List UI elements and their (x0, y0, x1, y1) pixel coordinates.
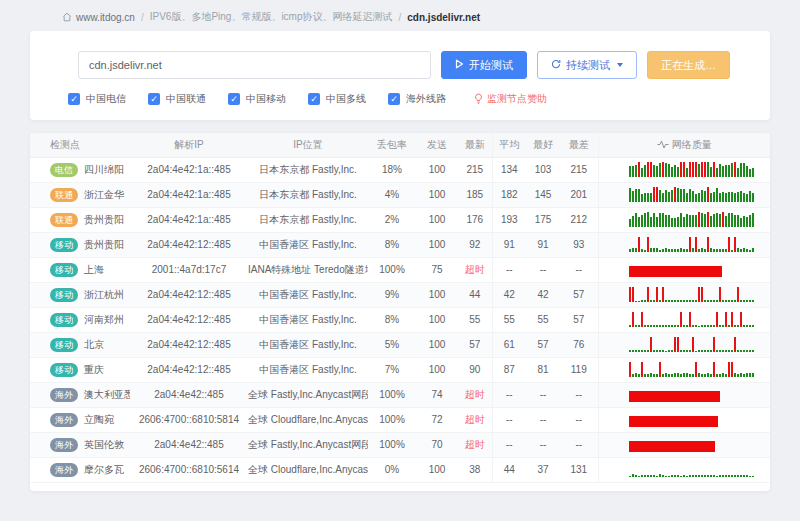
worst-latency: 201 (560, 182, 598, 207)
table-row: 联通贵州贵阳 2a04:4e42:1a::485 日本东京都 Fastly,In… (30, 207, 770, 232)
ip-location: 日本东京都 Fastly,Inc. (248, 182, 368, 207)
resolved-ip: 2a04:4e42:12::485 (130, 332, 248, 357)
table-row: 联通浙江金华 2a04:4e42:1a::485 日本东京都 Fastly,In… (30, 182, 770, 207)
ip-location: 日本东京都 Fastly,Inc. (248, 207, 368, 232)
node-name: 贵州贵阳 (84, 214, 124, 225)
resolved-ip: 2001::4a7d:17c7 (130, 257, 248, 282)
worst-latency: 119 (560, 357, 598, 382)
ip-location: IANA特殊地址 Teredo隧道地址 (248, 257, 368, 282)
host-input[interactable] (78, 51, 431, 79)
start-test-label: 开始测试 (469, 58, 513, 73)
table-row: 移动贵州贵阳 2a04:4e42:12::485 中国香港区 Fastly,In… (30, 232, 770, 257)
avg-latency: -- (492, 257, 526, 282)
best-latency: 175 (526, 207, 560, 232)
node-name: 立陶宛 (84, 414, 114, 425)
resolved-ip: 2606:4700::6810:5814 (130, 407, 248, 432)
sent-count: 100 (416, 457, 458, 482)
loss-rate: 100% (368, 382, 416, 407)
breadcrumb-site-label: www.itdog.cn (76, 12, 135, 23)
best-latency: -- (526, 432, 560, 457)
avg-latency: 193 (492, 207, 526, 232)
isp-badge: 海外 (50, 463, 78, 477)
latest-latency: 215 (458, 157, 492, 182)
generating-button[interactable]: 正在生成… (647, 51, 730, 79)
resolved-ip: 2a04:4e42:12::485 (130, 357, 248, 382)
loss-rate: 2% (368, 207, 416, 232)
latest-latency: 57 (458, 332, 492, 357)
best-latency: 37 (526, 457, 560, 482)
latest-latency: 185 (458, 182, 492, 207)
line-filter-checkbox[interactable]: ✓ 中国移动 (228, 92, 286, 106)
node-name: 四川绵阳 (84, 164, 124, 175)
network-quality-chart (629, 437, 753, 452)
checkbox-checked-icon: ✓ (308, 93, 320, 105)
network-quality-chart (629, 162, 753, 177)
network-quality-chart (629, 187, 753, 202)
node-name: 重庆 (84, 364, 104, 375)
node-name: 上海 (84, 264, 104, 275)
line-filter-checkbox[interactable]: ✓ 海外线路 (388, 92, 446, 106)
table-header-row: 检测点 解析IP IP位置 丢包率 发送 最新 平均 最好 最差 网络质量 (30, 133, 770, 157)
node-name: 摩尔多瓦 (84, 464, 124, 475)
ip-location: 全球 Fastly,Inc.Anycast网段 (248, 382, 368, 407)
breadcrumb-site-link[interactable]: www.itdog.cn (62, 12, 135, 23)
header-resolved-ip: 解析IP (130, 133, 248, 157)
breadcrumb: www.itdog.cn / IPV6版、多地Ping、常规版、icmp协议、网… (0, 0, 800, 25)
line-filter-checkbox[interactable]: ✓ 中国多线 (308, 92, 366, 106)
best-latency: 81 (526, 357, 560, 382)
loss-rate: 0% (368, 457, 416, 482)
home-icon (62, 12, 72, 22)
loss-rate: 100% (368, 257, 416, 282)
checkbox-checked-icon: ✓ (228, 93, 240, 105)
header-ip-location: IP位置 (248, 133, 368, 157)
sponsor-link[interactable]: 监测节点赞助 (474, 92, 547, 106)
ip-location: 全球 Fastly,Inc.Anycast网段 (248, 432, 368, 457)
latest-latency: 90 (458, 357, 492, 382)
ip-location: 中国香港区 Fastly,Inc. (248, 307, 368, 332)
line-filter-label: 海外线路 (406, 92, 446, 106)
resolved-ip: 2a04:4e42:1a::485 (130, 157, 248, 182)
worst-latency: 131 (560, 457, 598, 482)
worst-latency: 57 (560, 307, 598, 332)
avg-latency: 91 (492, 232, 526, 257)
latest-latency: 超时 (458, 407, 492, 432)
table-row: 海外英国伦敦 2a04:4e42::485 全球 Fastly,Inc.Anyc… (30, 432, 770, 457)
latest-latency: 超时 (458, 432, 492, 457)
sent-count: 100 (416, 307, 458, 332)
line-filter-row: ✓ 中国电信 ✓ 中国联通 ✓ 中国移动 ✓ 中国多线 ✓ 海外线路 监测节点赞… (68, 92, 730, 106)
generating-label: 正在生成… (661, 58, 716, 73)
sponsor-label: 监测节点赞助 (487, 92, 547, 106)
isp-badge: 海外 (50, 438, 78, 452)
sent-count: 75 (416, 257, 458, 282)
table-row: 海外澳大利亚悉尼 2a04:4e42::485 全球 Fastly,Inc.An… (30, 382, 770, 407)
best-latency: 145 (526, 182, 560, 207)
table-row: 移动河南郑州 2a04:4e42:12::485 中国香港区 Fastly,In… (30, 307, 770, 332)
header-node: 检测点 (30, 133, 130, 157)
sponsor-bulb-icon (474, 93, 483, 106)
line-filter-checkbox[interactable]: ✓ 中国联通 (148, 92, 206, 106)
continuous-test-label: 持续测试 (566, 58, 610, 73)
header-best: 最好 (526, 133, 560, 157)
loss-rate: 100% (368, 407, 416, 432)
worst-latency: 212 (560, 207, 598, 232)
sent-count: 72 (416, 407, 458, 432)
latest-latency: 55 (458, 307, 492, 332)
network-quality-chart (629, 337, 753, 352)
node-name: 英国伦敦 (84, 439, 124, 450)
start-test-button[interactable]: 开始测试 (441, 51, 527, 79)
breadcrumb-separator: / (399, 12, 402, 23)
node-name: 浙江金华 (84, 189, 124, 200)
line-filter-label: 中国多线 (326, 92, 366, 106)
network-quality-chart (629, 237, 753, 252)
breadcrumb-path: IPV6版、多地Ping、常规版、icmp协议、网络延迟测试 (150, 10, 393, 24)
worst-latency: 57 (560, 282, 598, 307)
node-name: 澳大利亚悉尼 (84, 389, 130, 400)
continuous-test-button[interactable]: 持续测试 (537, 51, 637, 79)
isp-badge: 电信 (50, 163, 78, 177)
table-row: 移动北京 2a04:4e42:12::485 中国香港区 Fastly,Inc.… (30, 332, 770, 357)
worst-latency: 93 (560, 232, 598, 257)
loss-rate: 4% (368, 182, 416, 207)
worst-latency: 215 (560, 157, 598, 182)
line-filter-checkbox[interactable]: ✓ 中国电信 (68, 92, 126, 106)
sent-count: 100 (416, 282, 458, 307)
